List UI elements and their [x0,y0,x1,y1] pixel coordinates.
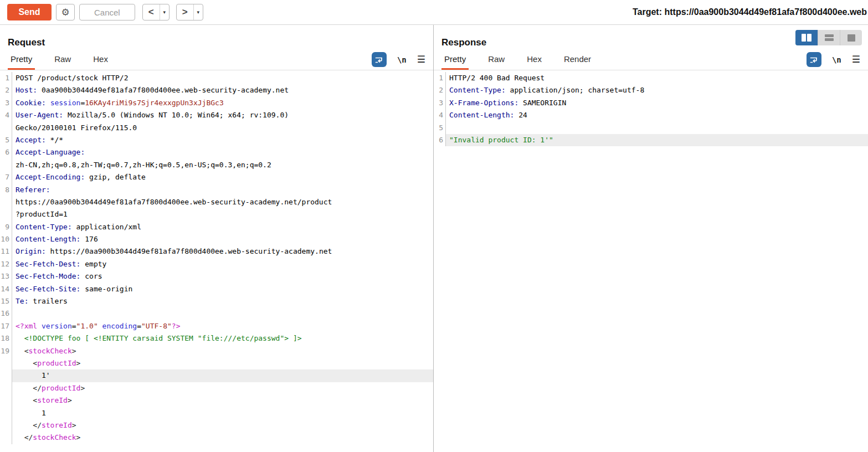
settings-button[interactable]: ⚙ [56,4,75,20]
line-number [0,382,12,394]
chevron-right-icon: > [182,7,188,18]
line-number: 4 [434,109,446,121]
request-editor[interactable]: 1POST /product/stock HTTP/22Host: 0aa900… [0,70,433,444]
response-tab-hex[interactable]: Hex [524,49,545,70]
code-line: 15Te: trailers [0,295,433,307]
repeater-main: Request Pretty Raw Hex \n ☰ 1POST /produ… [0,25,868,452]
line-number [0,122,12,134]
code-line: <storeId> [0,394,433,407]
code-line: 13Sec-Fetch-Mode: cors [0,270,433,282]
line-number [0,159,12,171]
chevron-down-icon: ▾ [197,9,199,15]
line-number: 18 [0,332,12,345]
code-line: 7Accept-Encoding: gzip, deflate [0,171,433,183]
line-number: 9 [0,221,12,233]
word-wrap-icon [809,55,818,64]
response-tab-pretty[interactable]: Pretty [441,49,469,70]
code-line: 19 <stockCheck> [0,345,433,357]
line-number: 6 [0,146,12,158]
response-panel: Response Pretty Raw Hex Render \n ☰ 1HTT [434,25,868,452]
line-number: 17 [0,320,12,332]
layout-rows-button[interactable] [818,30,840,45]
line-number [0,208,12,220]
code-line: 1HTTP/2 400 Bad Request [434,72,868,84]
code-line: 1POST /product/stock HTTP/2 [0,72,433,84]
response-tab-bar: Pretty Raw Hex Render \n ☰ [434,49,868,70]
code-line: 11Origin: https://0aa900b3044d49ef81afa7… [0,245,433,258]
line-number: 5 [0,134,12,146]
code-line: ?productId=1 [0,208,433,220]
cancel-button[interactable]: Cancel [79,4,135,20]
code-line: </productId> [0,382,433,394]
line-number: 6 [434,134,446,146]
line-number: 10 [0,233,12,245]
repeater-toolbar: Send ⚙ Cancel < ▾ > ▾ Target: https://0a… [0,0,868,25]
line-number: 2 [434,84,446,96]
line-number: 12 [0,258,12,270]
line-number: 14 [0,283,12,295]
editor-menu-button[interactable]: ☰ [852,54,860,65]
code-line: 18 <!DOCTYPE foo [ <!ENTITY carsaid SYST… [0,332,433,345]
show-newlines-toggle[interactable]: \n [397,55,407,64]
code-line: 1 [0,407,433,419]
single-layout-icon [848,34,855,42]
code-line: 2Content-Type: application/json; charset… [434,84,868,96]
back-button[interactable]: < [143,4,160,20]
chevron-down-icon: ▾ [163,9,166,15]
code-line: 17<?xml version="1.0" encoding="UTF-8"?> [0,320,433,332]
line-number: 3 [434,97,446,109]
layout-single-button[interactable] [840,30,862,45]
word-wrap-icon [374,55,383,64]
rows-layout-icon [825,34,834,41]
code-line: 4User-Agent: Mozilla/5.0 (Windows NT 10.… [0,109,433,121]
back-dropdown-button[interactable]: ▾ [160,4,169,20]
response-editor-icons: \n ☰ [807,49,860,70]
response-viewer[interactable]: 1HTTP/2 400 Bad Request2Content-Type: ap… [434,70,868,146]
code-line: 5Accept: */* [0,134,433,146]
line-number [0,357,12,369]
code-line: Gecko/20100101 Firefox/115.0 [0,122,433,134]
line-number: 1 [434,72,446,84]
forward-dropdown-button[interactable]: ▾ [193,4,203,20]
line-number: 4 [0,109,12,121]
send-button[interactable]: Send [7,4,52,20]
line-number: 5 [434,122,446,134]
line-number [0,407,12,419]
code-line: 1' [0,369,433,382]
forward-button[interactable]: > [177,4,193,20]
request-tab-bar: Pretty Raw Hex \n ☰ [0,49,433,70]
line-number: 11 [0,245,12,258]
request-editor-icons: \n ☰ [372,49,425,70]
request-tab-hex[interactable]: Hex [90,49,111,70]
line-number: 13 [0,270,12,282]
back-button-group: < ▾ [142,4,170,20]
response-tab-render[interactable]: Render [561,49,594,70]
line-number [0,419,12,432]
line-number [0,394,12,407]
line-number: 1 [0,72,12,84]
target-url: Target: https://0aa900b3044d49ef81afa7f8… [633,7,868,17]
line-number: 2 [0,84,12,96]
word-wrap-toggle[interactable] [372,52,387,67]
code-line: 8Referer: [0,184,433,196]
code-line: 12Sec-Fetch-Dest: empty [0,258,433,270]
line-number [0,196,12,208]
hamburger-icon: ☰ [417,54,425,65]
request-title: Request [0,25,433,48]
target-url-value: https://0aa900b3044d49ef81afa7f800d400ee… [664,7,867,17]
request-tab-raw[interactable]: Raw [52,49,74,70]
editor-menu-button[interactable]: ☰ [417,54,425,65]
request-tab-pretty[interactable]: Pretty [8,49,35,70]
line-number: 16 [0,307,12,320]
line-number [0,369,12,382]
code-line: <productId> [0,357,433,369]
code-line: https://0aa900b3044d49ef81afa7f800d400ee… [0,196,433,208]
word-wrap-toggle[interactable] [807,52,821,67]
forward-button-group: > ▾ [176,4,203,20]
line-number: 15 [0,295,12,307]
line-number [0,432,12,444]
show-newlines-toggle[interactable]: \n [832,55,841,64]
response-tab-raw[interactable]: Raw [485,49,507,70]
layout-columns-button[interactable] [795,30,818,45]
layout-toggle-group [795,30,862,45]
